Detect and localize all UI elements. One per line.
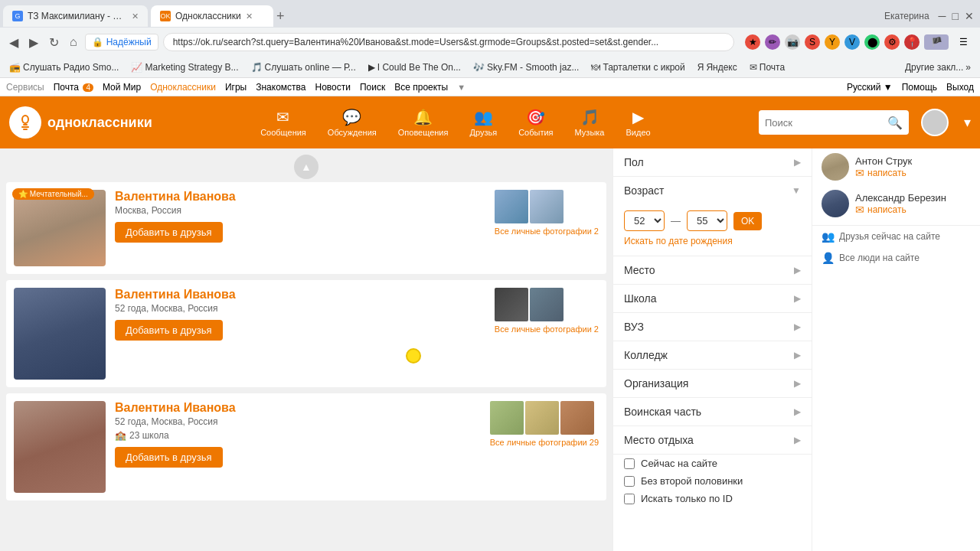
bookmark-item-5[interactable]: 🍽 Тарталетки с икрой bbox=[588, 60, 688, 74]
ok-nav-updates[interactable]: 💬 Обсуждения bbox=[318, 105, 386, 140]
friend-name-1[interactable]: Александр Березин bbox=[855, 192, 946, 204]
extension-icon-5[interactable]: ⬤ bbox=[864, 34, 880, 50]
age-to-select[interactable]: 55 bbox=[687, 210, 727, 231]
friends-online-header[interactable]: 👥 Друзья сейчас на сайте bbox=[812, 226, 980, 247]
tab-inactive[interactable]: G ТЗ Максимилиану - Go... ✕ bbox=[3, 5, 148, 27]
filter-header-pol[interactable]: Пол ▶ bbox=[613, 148, 812, 176]
bookmark-item-3[interactable]: ▶ I Could Be The On... bbox=[365, 60, 464, 74]
extension-icon-2[interactable]: S bbox=[805, 34, 820, 50]
bookmark-item-1[interactable]: 📈 Marketing Strategy B... bbox=[128, 60, 241, 74]
filter-header-vozrast[interactable]: Возраст ▼ bbox=[613, 177, 812, 204]
site-link-dating[interactable]: Знакомства bbox=[256, 82, 305, 93]
flag-icon[interactable]: 🏴 bbox=[924, 34, 949, 50]
filter-header-kolledzh[interactable]: Колледж ▶ bbox=[613, 341, 812, 369]
tab-active[interactable]: OK Одноклассники ✕ bbox=[151, 5, 273, 27]
bookmark-item-4[interactable]: 🎶 Sky.FM - Smooth jaz... bbox=[470, 60, 582, 74]
extension-icon-3[interactable]: Y bbox=[825, 34, 840, 50]
site-link-search[interactable]: Поиск bbox=[360, 82, 385, 93]
extension-icon-4[interactable]: V bbox=[844, 34, 860, 50]
all-people-header[interactable]: 👤 Все люди на сайте bbox=[812, 247, 980, 269]
filter-header-voinskaya[interactable]: Воинская часть ▶ bbox=[613, 398, 812, 425]
user-avatar-0[interactable] bbox=[14, 190, 106, 266]
tab-close-1[interactable]: ✕ bbox=[132, 11, 139, 21]
search-button[interactable]: 🔍 bbox=[881, 116, 909, 130]
filter-header-shkola[interactable]: Школа ▶ bbox=[613, 285, 812, 312]
back-button[interactable]: ◀ bbox=[6, 32, 21, 53]
lang-selector[interactable]: Русский ▼ bbox=[847, 82, 893, 93]
bookmark-item-6[interactable]: Я Яндекс bbox=[694, 60, 740, 74]
filter-header-org[interactable]: Организация ▶ bbox=[613, 370, 812, 397]
filter-header-otdykh[interactable]: Место отдыха ▶ bbox=[613, 426, 812, 454]
maximize-button[interactable]: □ bbox=[952, 10, 965, 22]
user-avatar-2[interactable] bbox=[14, 401, 106, 493]
photo-thumb-2-0[interactable] bbox=[490, 401, 524, 435]
minimize-button[interactable]: ─ bbox=[939, 10, 952, 22]
friend-avatar-1[interactable] bbox=[822, 190, 849, 217]
checkbox-byid-input[interactable] bbox=[624, 494, 635, 504]
user-name-2[interactable]: Валентина Иванова bbox=[115, 401, 481, 415]
site-link-mail[interactable]: Почта 4 bbox=[54, 82, 93, 93]
age-apply-button[interactable]: OK bbox=[733, 212, 762, 230]
photo-thumb-0-1[interactable] bbox=[530, 190, 564, 223]
user-avatar-1[interactable] bbox=[14, 288, 106, 380]
friend-write-0[interactable]: ✉ написать bbox=[855, 167, 912, 179]
ok-nav-video[interactable]: ▶ Видео bbox=[617, 105, 660, 140]
site-link-news[interactable]: Новости bbox=[315, 82, 350, 93]
scroll-up-button[interactable]: ▲ bbox=[294, 155, 318, 179]
add-friend-btn-2[interactable]: Добавить в друзья bbox=[115, 447, 223, 468]
friend-write-1[interactable]: ✉ написать bbox=[855, 204, 946, 216]
filter-header-mesto[interactable]: Место ▶ bbox=[613, 256, 812, 284]
checkbox-online-input[interactable] bbox=[624, 458, 635, 469]
ok-nav-friends[interactable]: 👥 Друзья bbox=[460, 105, 506, 140]
extension-icon-1[interactable]: ✏ bbox=[765, 34, 780, 50]
header-avatar[interactable] bbox=[921, 109, 949, 136]
close-window-button[interactable]: ✕ bbox=[965, 10, 980, 22]
user-name-0[interactable]: Валентина Иванова bbox=[115, 190, 485, 204]
site-link-services[interactable]: Сервисы bbox=[6, 82, 44, 93]
help-link[interactable]: Помощь bbox=[902, 82, 937, 93]
home-button[interactable]: ⌂ bbox=[67, 32, 80, 52]
camera-icon[interactable]: 📷 bbox=[785, 34, 800, 50]
forward-button[interactable]: ▶ bbox=[26, 32, 41, 53]
photo-thumb-1-0[interactable] bbox=[495, 288, 528, 321]
site-link-myworld[interactable]: Мой Мир bbox=[103, 82, 141, 93]
add-friend-btn-0[interactable]: Добавить в друзья bbox=[115, 222, 223, 243]
friend-name-0[interactable]: Антон Струк bbox=[855, 155, 912, 167]
friend-avatar-0[interactable] bbox=[822, 153, 849, 181]
tab-close-2[interactable]: ✕ bbox=[246, 11, 253, 21]
age-from-select[interactable]: 52 bbox=[624, 210, 665, 231]
ok-nav-events[interactable]: 🎯 События bbox=[509, 105, 562, 140]
photo-thumb-1-1[interactable] bbox=[530, 288, 564, 321]
photo-thumb-0-0[interactable] bbox=[495, 190, 528, 223]
ok-logo[interactable]: одноклассники bbox=[9, 106, 152, 139]
checkbox-nopartner-input[interactable] bbox=[624, 476, 635, 487]
add-friend-btn-1[interactable]: Добавить в друзья bbox=[115, 320, 223, 341]
bookmark-icon[interactable]: ★ bbox=[745, 34, 760, 50]
site-link-games[interactable]: Игры bbox=[225, 82, 247, 93]
bookmark-item-2[interactable]: 🎵 Слушать online — Р... bbox=[248, 60, 359, 74]
ok-nav-music[interactable]: 🎵 Музыка bbox=[566, 105, 614, 140]
menu-button[interactable]: ☰ bbox=[953, 37, 974, 47]
extension-icon-6[interactable]: ⚙ bbox=[884, 34, 900, 50]
url-bar[interactable]: https://ok.ru/search?st.query=Валентина%… bbox=[163, 33, 734, 51]
header-dropdown[interactable]: ▾ bbox=[964, 114, 971, 131]
site-link-ok[interactable]: Одноклассники bbox=[150, 82, 216, 93]
all-photos-link-2[interactable]: Все личные фотографии 29 bbox=[490, 438, 599, 447]
ok-nav-messages[interactable]: ✉ Сообщения bbox=[251, 105, 315, 140]
new-tab-button[interactable]: + bbox=[276, 8, 285, 24]
logout-link[interactable]: Выход bbox=[946, 82, 974, 93]
ok-nav-notifications[interactable]: 🔔 Оповещения bbox=[389, 105, 458, 140]
birth-date-link[interactable]: Искать по дате рождения bbox=[624, 236, 801, 246]
all-photos-link-0[interactable]: Все личные фотографии 2 bbox=[495, 227, 599, 236]
filter-header-vuz[interactable]: ВУЗ ▶ bbox=[613, 313, 812, 341]
extension-icon-7[interactable]: 📍 bbox=[904, 34, 920, 50]
photo-thumb-2-1[interactable] bbox=[525, 401, 559, 435]
bookmark-item-more[interactable]: Другие закл... » bbox=[902, 60, 974, 74]
all-photos-link-1[interactable]: Все личные фотографии 2 bbox=[495, 324, 599, 334]
photo-thumb-2-2[interactable] bbox=[560, 401, 594, 435]
site-link-allprojects[interactable]: Все проекты bbox=[394, 82, 448, 93]
bookmark-item-7[interactable]: ✉ Почта bbox=[746, 60, 788, 74]
bookmark-item-0[interactable]: 📻 Слушать Радио Smo... bbox=[6, 60, 122, 74]
refresh-button[interactable]: ↻ bbox=[46, 32, 62, 53]
search-input[interactable] bbox=[759, 117, 881, 129]
